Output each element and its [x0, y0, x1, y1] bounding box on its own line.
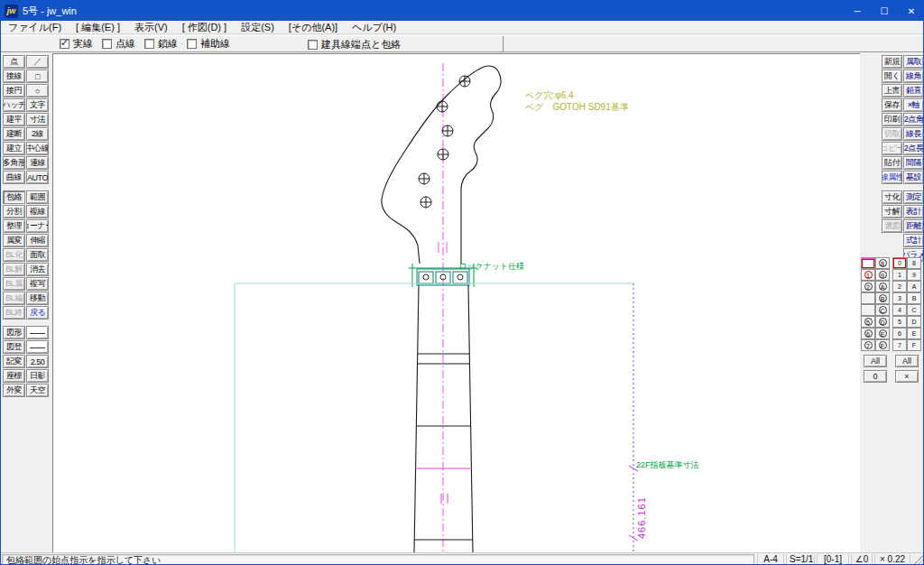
layer-group-cell-B[interactable]: B — [907, 292, 921, 304]
tool-印刷[interactable]: 印刷 — [882, 113, 902, 126]
tool-2線[interactable]: 2線 — [26, 127, 49, 141]
maximize-icon[interactable]: ☐ — [871, 1, 898, 21]
tool-ハッチ[interactable]: ハッチ — [3, 98, 25, 112]
layer-cell-C[interactable]: C — [875, 304, 890, 316]
tool-測定[interactable]: 測定 — [903, 190, 924, 204]
layer-cell-9[interactable]: 9 — [875, 269, 890, 281]
tool-線属性[interactable]: 線属性 — [882, 171, 902, 184]
menu-item-[ 作図(D) ][interactable]: [ 作図(D) ] — [175, 21, 235, 34]
tool-中心線[interactable]: 中心線 — [26, 142, 49, 155]
layer-cell-F[interactable]: F — [875, 339, 890, 351]
layer-group-cell-7[interactable]: 7 — [892, 339, 907, 351]
menu-item-設定(S)[interactable]: 設定(S) — [234, 21, 282, 34]
tool-移動[interactable]: 移動 — [26, 292, 49, 305]
layer-group-cell-F[interactable]: F — [907, 339, 921, 351]
tool-伸縮[interactable]: 伸縮 — [26, 234, 49, 247]
layer-cell-D[interactable]: D — [875, 316, 890, 328]
tool-AUTO[interactable]: AUTO — [26, 171, 49, 184]
tool-建平[interactable]: 建平 — [3, 113, 25, 126]
menu-item-ファイル(F)[interactable]: ファイル(F) — [1, 21, 69, 34]
tool-連線[interactable]: 連線 — [26, 156, 49, 170]
layer-group-cell-2[interactable]: 2 — [892, 281, 907, 292]
tool-分割[interactable]: 分割 — [3, 205, 25, 218]
tool-距離[interactable]: 距離 — [903, 219, 924, 233]
layer-group-cell-D[interactable]: D — [907, 316, 921, 328]
tool-寸解[interactable]: 寸解 — [882, 205, 902, 218]
filter-checkbox-実線[interactable]: 実線 — [60, 37, 93, 51]
group-all-button[interactable]: All — [895, 355, 919, 367]
filter-checkbox-鎖線[interactable]: 鎖線 — [144, 37, 178, 51]
tool-寸化[interactable]: 寸化 — [882, 190, 902, 204]
tool-貼付[interactable]: 貼付 — [882, 156, 902, 170]
tool-点[interactable]: 点 — [3, 55, 25, 69]
tool-1[interactable] — [26, 326, 49, 339]
tool-表計[interactable]: 表計 — [903, 205, 924, 218]
tool-範囲[interactable]: 範囲 — [26, 190, 49, 204]
tool-建断[interactable]: 建断 — [3, 127, 25, 141]
tool-2点角[interactable]: 2点角 — [903, 113, 924, 126]
tool-線角[interactable]: 線角 — [903, 69, 924, 83]
layer-group-cell-8[interactable]: 8 — [907, 257, 921, 269]
tool-記変[interactable]: 記変 — [3, 355, 25, 368]
layer-cell-E[interactable]: E — [875, 328, 890, 339]
tool-BL化[interactable]: BL化 — [3, 248, 25, 262]
layer-all-button[interactable]: All — [864, 355, 887, 367]
filter-checkbox-点線[interactable]: 点線 — [102, 37, 135, 51]
layer-cell-4[interactable]: 4 — [861, 304, 875, 316]
tool-鉛直[interactable]: 鉛直 — [903, 84, 924, 97]
status-scale[interactable]: S=1/1 — [786, 554, 815, 565]
layer-cell-2[interactable]: 2 — [861, 281, 875, 292]
layer-group-cell-0[interactable]: 0 — [892, 257, 907, 269]
tool-接線[interactable]: 接線 — [3, 69, 25, 83]
tool-コピー[interactable]: コピー — [882, 142, 902, 155]
menu-item-ヘルプ(H)[interactable]: ヘルプ(H) — [345, 21, 403, 34]
layer-cell-B[interactable]: B — [875, 292, 890, 304]
tool-新規[interactable]: 新規 — [882, 55, 902, 69]
tool-開く[interactable]: 開く — [882, 69, 902, 83]
tool-日影[interactable]: 日影 — [26, 369, 49, 383]
tool-接円[interactable]: 接円 — [3, 84, 25, 97]
layer-group-cell-3[interactable]: 3 — [892, 292, 907, 304]
status-zoom[interactable]: × 0.22 — [874, 554, 910, 565]
tool-BL解[interactable]: BL解 — [3, 263, 25, 276]
tool-曲線[interactable]: 曲線 — [3, 171, 25, 184]
layer-group-cell-4[interactable]: 4 — [892, 304, 907, 316]
layer-cell-6[interactable]: 6 — [861, 328, 875, 339]
tool-切取[interactable]: 切取 — [882, 127, 902, 141]
tool-消去[interactable]: 消去 — [26, 263, 49, 276]
tool-基設[interactable]: 基設 — [903, 171, 924, 184]
layer-cell-8[interactable]: 8 — [875, 257, 890, 269]
tool-複写[interactable]: 複写 — [26, 277, 49, 291]
menu-item-[ 編集(E) ][interactable]: [ 編集(E) ] — [69, 21, 127, 34]
tool-□[interactable]: □ — [26, 69, 49, 83]
filter-checkbox-tategu[interactable]: 建具線端点と包絡 — [308, 38, 401, 51]
status-angle[interactable]: ∠0 — [851, 554, 873, 565]
layer-group-cell-6[interactable]: 6 — [892, 328, 907, 339]
tool-包絡[interactable]: 包絡 — [3, 190, 25, 204]
tool-○[interactable]: ○ — [26, 84, 49, 97]
group-close-button[interactable]: × — [895, 370, 919, 383]
minimize-icon[interactable]: ─ — [844, 1, 871, 21]
layer-cell-5[interactable]: 5 — [861, 316, 875, 328]
layer-cell-3[interactable]: 3 — [861, 292, 875, 304]
tool-座標[interactable]: 座標 — [3, 369, 25, 383]
tool-BL終[interactable]: BL終 — [3, 306, 25, 320]
tool-式計[interactable]: 式計 — [903, 234, 924, 247]
tool-×軸[interactable]: ×軸 — [903, 98, 924, 112]
layer-zero-button[interactable]: 0 — [864, 370, 887, 383]
tool-天空[interactable]: 天空 — [26, 384, 49, 397]
filter-checkbox-補助線[interactable]: 補助線 — [187, 37, 230, 51]
tool-BL編[interactable]: BL編 — [3, 292, 25, 305]
menu-item-表示(V)[interactable]: 表示(V) — [127, 21, 175, 34]
layer-cell-0[interactable]: 0 — [861, 257, 875, 269]
tool-保存[interactable]: 保存 — [882, 98, 902, 112]
tool-多角形[interactable]: 多角形 — [3, 156, 25, 170]
tool-整理[interactable]: 整理 — [3, 219, 25, 233]
tool-戻る[interactable]: 戻る — [26, 306, 49, 320]
status-layer[interactable]: [0-1] — [817, 554, 849, 565]
tool-上書[interactable]: 上書 — [882, 84, 902, 97]
tool-属取[interactable]: 属取 — [903, 55, 924, 69]
tool-外変[interactable]: 外変 — [3, 384, 25, 397]
tool-線長[interactable]: 線長 — [903, 127, 924, 141]
resize-grip-icon[interactable] — [911, 553, 924, 565]
